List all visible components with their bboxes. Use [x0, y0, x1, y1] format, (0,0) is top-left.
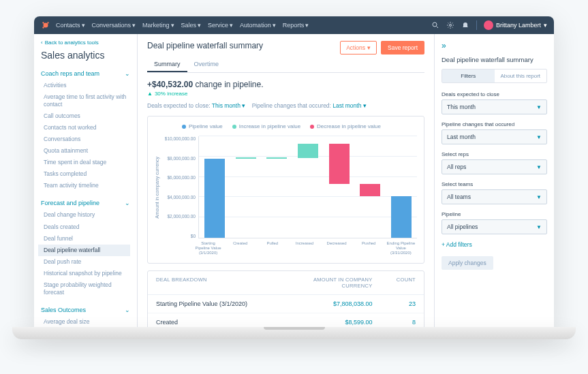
chevron-down-icon: ▾ — [273, 22, 276, 29]
nav-item-marketing[interactable]: Marketing ▾ — [142, 22, 174, 29]
sidebar-item[interactable]: Average deal size — [41, 316, 130, 328]
nav-item-automation[interactable]: Automation ▾ — [240, 22, 276, 29]
sidebar-item[interactable]: Conversations — [41, 134, 130, 145]
x-tick: Ending Pipeline Value (3/31/2020) — [386, 241, 415, 256]
bar — [298, 136, 318, 238]
chevron-down-icon: ▾ — [367, 44, 371, 51]
filter-select[interactable]: All teams▼ — [442, 189, 547, 204]
x-tick: Starting Pipeline Value (3/1/2020) — [194, 241, 223, 256]
increase-indicator: ▲ 30% increase — [147, 91, 424, 97]
sidebar: ‹ Back to analytics tools Sales analytic… — [34, 34, 138, 330]
logo-icon — [41, 20, 50, 30]
sidebar-item[interactable]: Stage probability weighted forecast — [41, 279, 130, 298]
sidebar-item[interactable]: Call outcomes — [41, 110, 130, 122]
legend-item: Pipeline value — [182, 123, 223, 129]
chevron-down-icon: ▾ — [171, 22, 174, 29]
bar — [266, 136, 287, 238]
filter-group: Deals expected to closeThis month▼ — [442, 91, 547, 114]
chevron-down-icon: ▾ — [305, 22, 309, 29]
gear-icon[interactable] — [446, 21, 454, 29]
chevron-down-icon: ▾ — [198, 22, 201, 29]
filter-select[interactable]: All reps▼ — [442, 159, 547, 174]
sidebar-item[interactable]: Average time to first activity with cont… — [41, 91, 130, 110]
filter-label: Select teams — [442, 181, 547, 187]
sidebar-item[interactable]: Quota attainment — [41, 145, 130, 157]
filter-summary: Deals expected to close: This month ▾ Pi… — [147, 102, 424, 109]
nav-item-conversations[interactable]: Conversations ▾ — [92, 22, 136, 29]
bar — [360, 136, 380, 238]
back-link-label: Back to analytics tools — [45, 40, 99, 46]
collapse-icon[interactable]: » — [442, 41, 547, 50]
right-tab[interactable]: Filters — [442, 69, 495, 82]
save-report-button[interactable]: Save report — [381, 41, 424, 54]
filter-group: Select teamsAll teams▼ — [442, 181, 547, 204]
x-tick: Decreased — [322, 241, 351, 256]
x-tick: Pulled — [258, 241, 287, 256]
tab-summary[interactable]: Summary — [147, 57, 187, 72]
bell-icon[interactable] — [461, 21, 469, 29]
table-row[interactable]: Starting Pipeline Value (3/1/2020)$7,808… — [148, 295, 424, 313]
filter-label: Pipeline changes that occured — [442, 121, 547, 127]
nav-item-reports[interactable]: Reports ▾ — [283, 22, 309, 29]
sidebar-item[interactable]: Deal funnel — [41, 233, 130, 245]
filter-changes-link[interactable]: Last month ▾ — [332, 102, 366, 109]
page-title: Sales analytics — [41, 50, 130, 61]
filter-select[interactable]: This month▼ — [442, 99, 547, 114]
chevron-down-icon: ▼ — [536, 224, 542, 230]
y-tick: $4,000,000.00 — [161, 195, 196, 200]
filter-label: Pipeline — [442, 211, 547, 217]
sidebar-item[interactable]: Deals created — [41, 221, 130, 233]
bar — [391, 136, 412, 238]
sidebar-item[interactable]: Deal change history — [41, 209, 130, 221]
legend-item: Increase in pipeline value — [232, 123, 300, 129]
table-header: COUNT — [373, 277, 416, 289]
sidebar-item[interactable]: Time spent in deal stage — [41, 157, 130, 168]
filter-label: Deals expected to close — [442, 91, 547, 97]
chevron-down-icon: ▼ — [536, 164, 542, 170]
chevron-down-icon: ▾ — [230, 22, 233, 29]
nav-item-service[interactable]: Service ▾ — [208, 22, 233, 29]
apply-changes-button[interactable]: Apply changes — [442, 256, 493, 270]
sidebar-item[interactable]: Deal pipeline waterfall — [38, 245, 130, 256]
sidebar-section-head[interactable]: Coach reps and team⌄ — [41, 67, 130, 80]
chevron-down-icon: ⌄ — [125, 200, 130, 206]
sidebar-section-head[interactable]: Forecast and pipeline⌄ — [41, 197, 130, 209]
right-tab[interactable]: About this report — [495, 69, 547, 82]
back-link[interactable]: ‹ Back to analytics tools — [41, 40, 130, 46]
filter-group: Select repsAll reps▼ — [442, 151, 547, 174]
search-icon[interactable] — [431, 21, 439, 29]
filter-close-link[interactable]: This month ▾ — [212, 102, 245, 109]
sidebar-item[interactable]: Contacts not worked — [41, 122, 130, 134]
nav-item-sales[interactable]: Sales ▾ — [181, 22, 202, 29]
filter-select[interactable]: All pipelines▼ — [442, 219, 547, 234]
svg-point-5 — [449, 25, 451, 27]
chevron-down-icon: ▾ — [132, 22, 136, 29]
chevron-down-icon: ▼ — [536, 134, 542, 140]
sidebar-item[interactable]: Activities — [41, 80, 130, 91]
triangle-up-icon: ▲ — [147, 91, 153, 97]
actions-button[interactable]: Actions▾ — [340, 41, 377, 54]
right-panel-title: Deal pipeline waterfall summary — [442, 56, 547, 63]
right-panel: » Deal pipeline waterfall summary Filter… — [434, 34, 554, 330]
bar — [236, 136, 256, 238]
change-summary: +$40,532.00 change in pipeline. — [147, 80, 424, 89]
x-tick: Increased — [290, 241, 319, 256]
tab-overtime[interactable]: Overtime — [187, 57, 226, 72]
y-tick: $10,000,000.00 — [161, 136, 196, 141]
y-tick: $8,000,000.00 — [161, 156, 196, 161]
user-menu[interactable]: Brittany Lambert ▾ — [484, 20, 547, 30]
chevron-down-icon: ⌄ — [125, 70, 130, 77]
sidebar-section-head[interactable]: Sales Outcomes⌄ — [41, 304, 130, 316]
add-filters-link[interactable]: + Add filters — [442, 241, 547, 248]
sidebar-item[interactable]: Tasks completed — [41, 168, 130, 180]
filter-group: PipelineAll pipelines▼ — [442, 211, 547, 234]
sidebar-item[interactable]: Historical snapshot by pipeline — [41, 268, 130, 279]
table-header: AMOUNT IN COMPANY CURRENCY — [286, 277, 373, 289]
chevron-down-icon: ▾ — [82, 22, 85, 29]
nav-item-contacts[interactable]: Contacts ▾ — [56, 22, 85, 29]
filter-select[interactable]: Last month▼ — [442, 129, 547, 144]
breakdown-table: DEAL BREAKDOWN AMOUNT IN COMPANY CURRENC… — [147, 270, 424, 330]
sidebar-item[interactable]: Team activity timeline — [41, 180, 130, 191]
x-tick: Pushed — [354, 241, 383, 256]
sidebar-item[interactable]: Deal push rate — [41, 256, 130, 268]
